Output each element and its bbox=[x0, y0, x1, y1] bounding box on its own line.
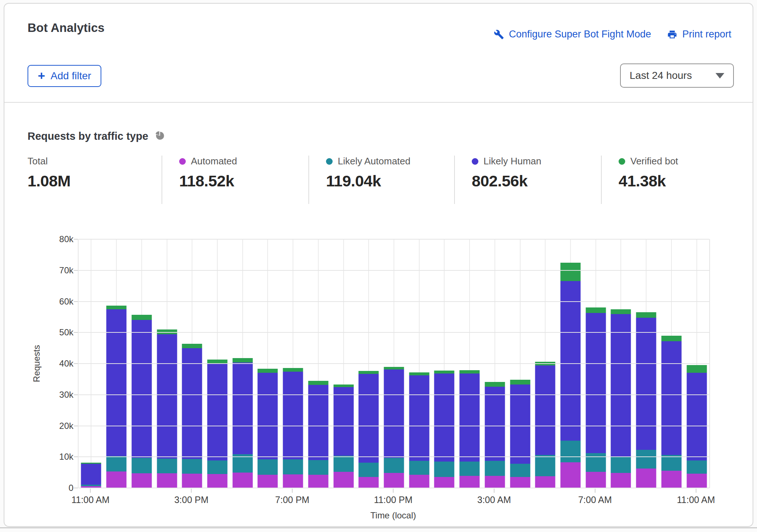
bar-24-11-00-am[interactable] bbox=[687, 365, 707, 488]
bar-17-4-00-am[interactable] bbox=[510, 380, 530, 488]
bar-0-11-00-am[interactable] bbox=[81, 463, 101, 488]
bar-21-8-00-am[interactable] bbox=[611, 309, 631, 488]
segment-verified-bot bbox=[434, 371, 454, 374]
h-gridline bbox=[79, 301, 709, 302]
print-report-link[interactable]: Print report bbox=[667, 29, 731, 40]
segment-automated bbox=[586, 472, 606, 488]
y-tick-mark bbox=[74, 488, 78, 488]
segment-verified-bot bbox=[258, 369, 278, 372]
bot-analytics-page: Bot Analytics Configure Super Bot Fight … bbox=[0, 0, 757, 532]
x-tick-mark bbox=[696, 489, 696, 493]
segment-likely-human bbox=[182, 348, 202, 459]
segment-likely-automated bbox=[182, 459, 202, 474]
segment-likely-human bbox=[661, 341, 681, 455]
h-gridline bbox=[79, 488, 709, 488]
segment-automated bbox=[485, 476, 505, 488]
bar-18-5-00-am[interactable] bbox=[535, 362, 555, 488]
y-tick-mark bbox=[74, 270, 78, 271]
pie-chart-icon bbox=[155, 131, 164, 142]
legend-dot-verified-bot bbox=[619, 158, 625, 165]
bar-20-7-00-am[interactable] bbox=[586, 307, 606, 488]
x-tick-mark bbox=[595, 489, 595, 493]
segment-automated bbox=[157, 473, 177, 488]
y-tick-mark bbox=[74, 301, 78, 302]
bar-10-9-00-pm[interactable] bbox=[333, 385, 354, 488]
segment-automated bbox=[535, 476, 555, 488]
segment-likely-human bbox=[611, 314, 631, 456]
bar-6-5-00-pm[interactable] bbox=[232, 358, 253, 488]
segment-likely-human bbox=[586, 313, 606, 453]
segment-likely-automated bbox=[207, 460, 227, 474]
print-link-label: Print report bbox=[682, 29, 731, 40]
segment-verified-bot bbox=[182, 344, 202, 348]
section-title-row: Requests by traffic type bbox=[28, 130, 164, 142]
stat-total: Total1.08M bbox=[28, 156, 162, 204]
segment-likely-human bbox=[384, 369, 404, 458]
page-title: Bot Analytics bbox=[28, 21, 105, 35]
bar-13-12-00-am[interactable] bbox=[409, 372, 429, 488]
segment-automated bbox=[434, 477, 454, 488]
segment-automated bbox=[258, 475, 278, 488]
bar-7-6-00-pm[interactable] bbox=[258, 369, 278, 488]
x-tick-mark bbox=[90, 489, 91, 493]
segment-likely-automated bbox=[308, 460, 328, 475]
bar-19-6-00-am[interactable] bbox=[561, 263, 581, 488]
bar-12-11-00-pm[interactable] bbox=[384, 367, 404, 488]
y-tick-mark bbox=[74, 394, 78, 395]
bar-22-9-00-am[interactable] bbox=[636, 312, 656, 488]
segment-likely-human bbox=[283, 372, 303, 459]
h-gridline bbox=[79, 239, 709, 240]
section-title: Requests by traffic type bbox=[28, 130, 148, 142]
segment-verified-bot bbox=[687, 365, 707, 373]
bar-16-3-00-am[interactable] bbox=[485, 382, 505, 488]
x-tick-label-20: 7:00 AM bbox=[578, 495, 612, 505]
segment-verified-bot bbox=[359, 371, 379, 374]
segment-verified-bot bbox=[636, 312, 656, 317]
stat-value: 118.52k bbox=[179, 172, 308, 190]
segment-verified-bot bbox=[460, 370, 480, 374]
legend-dot-automated bbox=[179, 158, 186, 165]
bar-8-7-00-pm[interactable] bbox=[283, 368, 303, 488]
stat-label: Likely Human bbox=[483, 156, 542, 167]
legend-dot-likely-human bbox=[472, 158, 478, 165]
segment-likely-automated bbox=[661, 455, 681, 471]
stat-value: 802.56k bbox=[472, 172, 601, 190]
segment-likely-automated bbox=[283, 459, 303, 474]
bar-5-4-00-pm[interactable] bbox=[207, 360, 227, 488]
h-gridline bbox=[79, 363, 709, 364]
time-range-value: Last 24 hours bbox=[630, 70, 692, 81]
bar-23-10-00-am[interactable] bbox=[661, 336, 681, 488]
h-gridline bbox=[79, 456, 709, 457]
time-range-dropdown[interactable]: Last 24 hours bbox=[620, 63, 734, 88]
bar-11-10-00-pm[interactable] bbox=[359, 371, 379, 488]
segment-likely-human bbox=[333, 387, 354, 456]
segment-automated bbox=[460, 476, 480, 488]
segment-automated bbox=[636, 469, 656, 488]
bar-1-12-00-pm[interactable] bbox=[106, 306, 127, 488]
y-tick-mark bbox=[74, 332, 78, 333]
segment-likely-automated bbox=[434, 462, 454, 477]
bar-4-3-00-pm[interactable] bbox=[182, 344, 202, 488]
segment-likely-human bbox=[409, 375, 429, 461]
segment-likely-human bbox=[561, 281, 581, 441]
segment-automated bbox=[106, 471, 127, 488]
y-tick-label-80k: 80k bbox=[4, 234, 73, 244]
y-tick-label-50k: 50k bbox=[4, 327, 73, 338]
segment-likely-automated bbox=[636, 450, 656, 469]
bar-9-8-00-pm[interactable] bbox=[308, 381, 328, 488]
traffic-type-stats: Total1.08MAutomated118.52kLikely Automat… bbox=[28, 156, 734, 204]
segment-automated bbox=[182, 474, 202, 488]
segment-automated bbox=[232, 473, 253, 488]
segment-likely-human bbox=[434, 374, 454, 462]
bar-15-2-00-am[interactable] bbox=[460, 370, 480, 488]
add-filter-button[interactable]: + Add filter bbox=[28, 65, 101, 87]
segment-automated bbox=[333, 472, 354, 488]
bar-2-1-00-pm[interactable] bbox=[131, 315, 152, 488]
configure-super-bot-fight-mode-link[interactable]: Configure Super Bot Fight Mode bbox=[494, 29, 651, 40]
segment-likely-automated bbox=[460, 462, 480, 476]
bar-3-2-00-pm[interactable] bbox=[157, 329, 177, 488]
segment-verified-bot bbox=[611, 309, 631, 314]
y-tick-mark bbox=[74, 239, 78, 240]
add-filter-label: Add filter bbox=[51, 70, 91, 82]
bar-14-1-00-am[interactable] bbox=[434, 371, 454, 488]
